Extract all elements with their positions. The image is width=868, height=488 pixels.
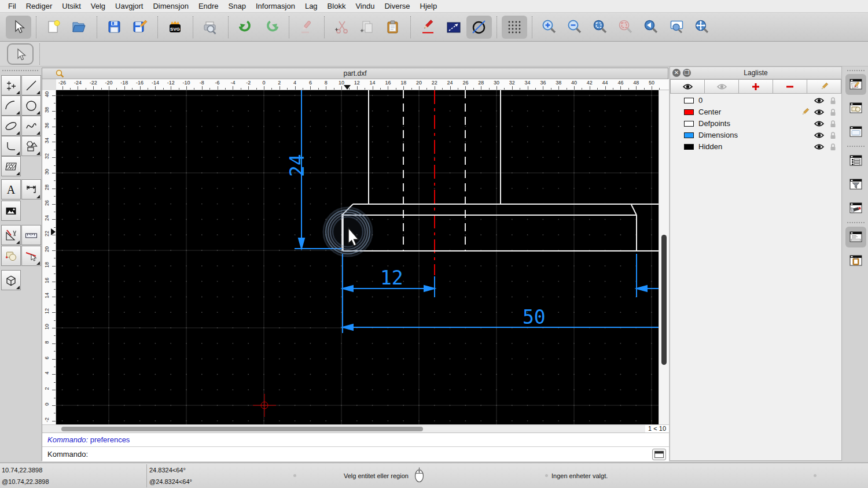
zoom-pan-button[interactable]	[690, 16, 715, 39]
points-tool-button[interactable]	[1, 75, 21, 95]
undo-button[interactable]	[233, 16, 259, 39]
layer-name[interactable]: Defpoints	[698, 119, 730, 128]
zoom-previous-button[interactable]	[639, 16, 664, 39]
drawing-window-titlebar[interactable]: part.dxf	[42, 68, 668, 79]
layer-list-dock-button[interactable]	[845, 150, 866, 171]
layer-lock-toggle[interactable]	[830, 97, 836, 105]
layer-row-defpoints[interactable]: Defpoints	[670, 118, 841, 130]
new-file-button[interactable]	[41, 16, 67, 39]
menu-item-hjelp[interactable]: Hjelp	[420, 2, 437, 10]
menu-item-informasjon[interactable]: Informasjon	[256, 2, 295, 10]
layer-name[interactable]: Center	[698, 108, 721, 116]
menu-item-velg[interactable]: Velg	[91, 2, 105, 10]
circle-tool-button[interactable]	[21, 95, 41, 116]
layer-visibility-toggle[interactable]	[814, 132, 824, 139]
menu-item-blokk[interactable]: Blokk	[328, 2, 346, 10]
save-as-button[interactable]	[127, 16, 153, 39]
layer-row-hidden[interactable]: Hidden	[670, 141, 841, 153]
zoom-window-button[interactable]	[664, 16, 690, 39]
arc-tool-button[interactable]	[1, 95, 21, 116]
palette-drag-handle[interactable]	[2, 70, 38, 72]
layer-color-swatch[interactable]	[684, 121, 694, 127]
hatch-tool-button[interactable]	[1, 156, 21, 176]
delete-select-button[interactable]	[21, 246, 41, 266]
erase-button[interactable]	[294, 16, 319, 39]
zoom-in-button[interactable]	[537, 16, 562, 39]
menu-item-lag[interactable]: Lag	[305, 2, 318, 10]
menu-item-vindu[interactable]: Vindu	[355, 2, 374, 10]
copy-button[interactable]	[355, 16, 380, 39]
clipboard-widget-dock-button[interactable]	[845, 250, 866, 271]
menu-item-utsikt[interactable]: Utsikt	[62, 2, 81, 10]
line-tool-button[interactable]	[21, 75, 41, 95]
measure-tool-button[interactable]	[21, 225, 41, 245]
menu-item-diverse[interactable]: Diverse	[384, 2, 410, 10]
circle-tool-button[interactable]	[466, 16, 492, 39]
menu-item-endre[interactable]: Endre	[198, 2, 219, 10]
cut-button[interactable]	[329, 16, 355, 39]
grid-toggle-button[interactable]	[502, 16, 527, 39]
dock-close-button[interactable]: ✕	[672, 69, 681, 77]
vertical-scrollbar-thumb[interactable]	[661, 235, 667, 365]
layer-lock-toggle[interactable]	[830, 143, 836, 151]
layer-visibility-toggle[interactable]	[814, 120, 824, 127]
edit-layer-button[interactable]	[807, 79, 841, 94]
ellipse-tool-button[interactable]	[1, 116, 21, 136]
dimension-tool-button[interactable]	[21, 179, 41, 199]
order-tool-button[interactable]	[1, 246, 21, 266]
command-widget-dock-button[interactable]	[845, 227, 866, 247]
layer-color-swatch[interactable]	[684, 132, 694, 138]
layer-row-0[interactable]: 0	[670, 95, 841, 106]
export-svg-button[interactable]: SVG	[163, 16, 188, 39]
polyline-tool-button[interactable]	[1, 136, 21, 156]
cube-3d-button[interactable]	[1, 270, 21, 290]
menu-item-rediger[interactable]: Rediger	[26, 2, 53, 10]
layer-name[interactable]: Hidden	[698, 142, 722, 151]
layer-color-swatch[interactable]	[684, 98, 694, 103]
layer-lock-toggle[interactable]	[830, 120, 836, 128]
text-tool-button[interactable]: A	[1, 179, 21, 199]
zoom-out-button[interactable]	[562, 16, 588, 39]
menu-item-uavgjort[interactable]: Uavgjort	[115, 2, 143, 10]
layer-row-center[interactable]: Center	[670, 106, 841, 118]
command-keyboard-button[interactable]	[652, 449, 666, 460]
flashlight-dock-button[interactable]	[845, 198, 866, 219]
layer-lock-toggle[interactable]	[830, 131, 836, 139]
layer-color-swatch[interactable]	[684, 109, 694, 115]
save-button[interactable]	[102, 16, 127, 39]
layer-color-swatch[interactable]	[684, 144, 694, 150]
spline-tool-button[interactable]	[21, 116, 41, 136]
remove-layer-button[interactable]	[773, 79, 807, 94]
draft-tools-button[interactable]	[1, 225, 21, 245]
add-layer-button[interactable]	[739, 79, 773, 94]
select-arrow-button[interactable]	[6, 16, 31, 39]
show-all-layers-button[interactable]	[670, 79, 705, 94]
vertical-scrollbar[interactable]	[659, 90, 669, 424]
shapes-tool-button[interactable]	[21, 136, 41, 156]
layer-name[interactable]: 0	[698, 96, 703, 105]
open-file-button[interactable]	[67, 16, 92, 39]
image-tool-button[interactable]	[1, 201, 21, 221]
layer-lock-toggle[interactable]	[830, 108, 836, 116]
part-outline[interactable]	[343, 90, 661, 251]
paste-button[interactable]	[380, 16, 406, 39]
layer-name[interactable]: Dimensions	[698, 131, 738, 139]
menu-item-snap[interactable]: Snap	[229, 2, 246, 10]
hide-all-layers-button[interactable]	[705, 79, 739, 94]
dock-detach-button[interactable]: ❐	[683, 69, 691, 77]
current-tool-select-button[interactable]	[7, 43, 34, 65]
library-browser-dock-button[interactable]	[845, 121, 866, 142]
zoom-auto-button[interactable]	[588, 16, 613, 39]
layer-visibility-toggle[interactable]	[814, 109, 824, 116]
pen-palette-dock-button[interactable]	[845, 74, 866, 95]
zoom-selected-button[interactable]	[613, 16, 639, 39]
layer-row-dimensions[interactable]: Dimensions	[670, 130, 841, 141]
command-input[interactable]	[90, 450, 611, 459]
horizontal-scrollbar-thumb[interactable]	[61, 427, 423, 431]
redo-button[interactable]	[259, 16, 284, 39]
horizontal-scrollbar[interactable]: 1 < 10	[42, 424, 669, 432]
menu-item-dimensjon[interactable]: Dimensjon	[153, 2, 188, 10]
drawing-canvas[interactable]: 24 12 50	[56, 90, 669, 424]
line-tool-button[interactable]	[441, 16, 466, 39]
layer-visibility-toggle[interactable]	[814, 143, 824, 150]
